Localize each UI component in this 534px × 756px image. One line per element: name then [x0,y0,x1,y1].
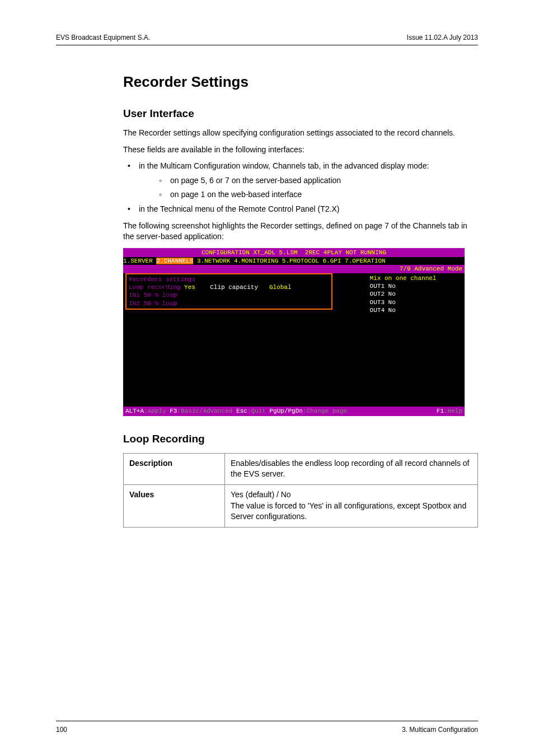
clip-val: Global [269,284,292,291]
table-value: Enables/disables the endless loop record… [225,453,478,484]
hotkey-label: :Quit [247,408,270,414]
hotkey-label: :Basic/Advanced [177,408,236,414]
paragraph: The following screenshot highlights the … [123,221,478,242]
out1: OUT1 No [370,282,437,290]
page-number: 100 [56,726,67,734]
terminal-tabs: 1.SERVER 2.CHANNELS 3.NETWORK 4.MONITORI… [123,257,465,265]
terminal-mode: 7/9 Advanced Mode [123,265,465,273]
section-loop-recording: Loop Recording [123,433,478,445]
hotkey: PgUp/PgDn [269,408,302,414]
tab-text: 1.SERVER [123,258,156,264]
mix-section: Mix on one channel OUT1 No OUT2 No OUT3 … [370,273,437,314]
paragraph: The Recorder settings allow specifying c… [123,128,478,139]
out2: OUT2 No [370,290,437,298]
list-item: in the Multicam Configuration window, Ch… [123,161,478,200]
header-right: Issue 11.02.A July 2013 [407,34,478,41]
tab-selected: 2.CHANNELS [156,258,193,264]
table-row: Description Enables/disables the endless… [124,453,478,484]
in2: IN2 50 % loop [129,300,329,307]
tab-text: 3.NETWORK 4.MONITORING 5.PROTOCOL 6.GPI … [193,258,385,264]
hotkey-label: :Help [444,408,462,414]
table-value: Yes (default) / No The value is forced t… [225,484,478,527]
hotkey-label: :Apply [144,408,170,414]
in1: IN1 50 % loop [129,291,329,299]
out3: OUT3 No [370,298,437,306]
header-left: EVS Broadcast Equipment S.A. [56,34,150,41]
hotkey: ALT+A [125,408,144,414]
terminal-title: CONFIGURATION XT_ADL 5.LSM 2REC 4PLAY NO… [123,248,465,257]
properties-table: Description Enables/disables the endless… [123,453,478,528]
table-key: Description [124,453,225,484]
clip-label: Clip capacity [210,284,258,291]
paragraph: These fields are available in the follow… [123,144,478,156]
rec-label: Recorders settings [129,276,195,283]
hotkey-label: :Change page [303,408,347,414]
table-row: Values Yes (default) / No The value is f… [124,484,478,527]
footer-section: 3. Multicam Configuration [402,726,478,734]
mix-label: Mix on one channel [370,274,437,282]
highlighted-section: Recorders settings Loop recording Yes Cl… [125,273,332,310]
page-header: EVS Broadcast Equipment S.A. Issue 11.02… [56,34,478,45]
terminal-footer: ALT+A:Apply F3:Basic/Advanced Esc:Quit P… [123,407,465,416]
list-item: on page 5, 6 or 7 on the server-based ap… [154,175,478,186]
page-title: Recorder Settings [123,73,478,91]
out4: OUT4 No [370,306,437,314]
hotkey: F3 [170,408,177,414]
bullet-list: in the Multicam Configuration window, Ch… [123,161,478,214]
hotkey: F1 [437,408,444,414]
sub-list: on page 5, 6 or 7 on the server-based ap… [139,175,478,200]
loop-val: Yes [184,284,195,291]
terminal-body: Recorders settings Loop recording Yes Cl… [123,273,465,314]
table-key: Values [124,484,225,527]
list-text: in the Multicam Configuration window, Ch… [139,161,429,170]
loop-label: Loop recording [129,284,180,291]
list-item: in the Technical menu of the Remote Cont… [123,204,478,215]
section-user-interface: User Interface [123,108,478,120]
list-item: on page 1 on the web-based interface [154,189,478,200]
page-footer: 100 3. Multicam Configuration [56,721,478,734]
content: Recorder Settings User Interface The Rec… [123,73,478,528]
hotkey: Esc [236,408,247,414]
page: EVS Broadcast Equipment S.A. Issue 11.02… [0,0,534,756]
screenshot-terminal: CONFIGURATION XT_ADL 5.LSM 2REC 4PLAY NO… [123,248,465,416]
